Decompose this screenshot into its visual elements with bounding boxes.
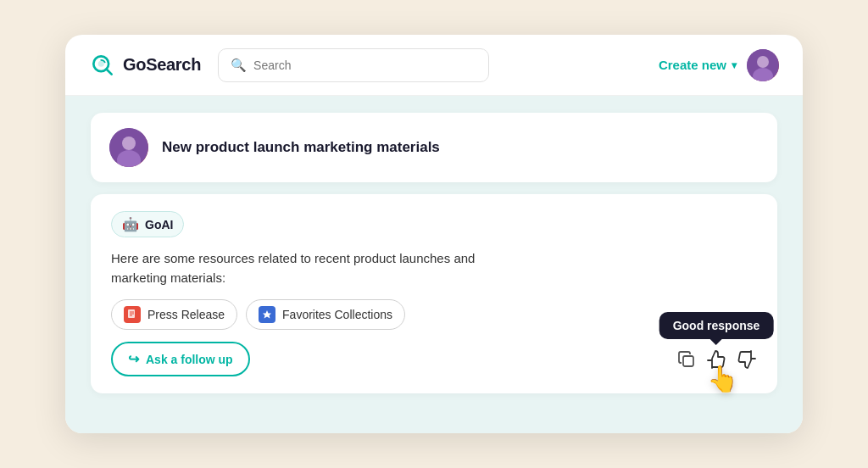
svg-rect-9 — [683, 356, 693, 366]
create-new-label: Create new — [659, 58, 726, 72]
favorites-icon — [259, 306, 275, 323]
follow-up-button[interactable]: ↪ Ask a follow up — [111, 342, 250, 376]
user-message-card: New product launch marketing materials — [91, 113, 777, 182]
thumbs-up-button[interactable] — [706, 349, 726, 370]
nav-bar: GoSearch 🔍 Create new ▾ — [65, 35, 803, 96]
main-content: New product launch marketing materials 🤖… — [65, 96, 803, 433]
search-input[interactable] — [253, 58, 476, 72]
logo-area[interactable]: GoSearch — [89, 52, 201, 79]
goai-label: GoAI — [145, 218, 173, 231]
action-row: ↪ Ask a follow up Good response — [111, 342, 757, 376]
press-release-chip[interactable]: Press Release — [111, 299, 237, 330]
create-new-button[interactable]: Create new ▾ — [659, 58, 737, 72]
search-box[interactable]: 🔍 — [218, 48, 489, 82]
ai-response-card: 🤖 GoAI Here are some resources related t… — [91, 194, 777, 393]
logo-text: GoSearch — [123, 55, 201, 75]
ai-response-text: Here are some resources related to recen… — [111, 249, 757, 287]
press-release-icon — [124, 306, 141, 323]
goai-badge: 🤖 GoAI — [111, 211, 184, 237]
svg-point-3 — [757, 56, 769, 68]
chevron-down-icon: ▾ — [732, 59, 737, 71]
user-avatar-small — [109, 128, 148, 167]
follow-up-label: Ask a follow up — [146, 353, 233, 366]
favorites-collections-chip[interactable]: Favorites Collections — [246, 299, 405, 330]
svg-point-1 — [98, 60, 104, 66]
copy-button[interactable] — [677, 350, 696, 369]
nav-right: Create new ▾ — [659, 49, 779, 81]
favorites-collections-label: Favorites Collections — [282, 308, 392, 321]
browser-window: GoSearch 🔍 Create new ▾ — [65, 35, 803, 433]
feedback-icons: Good response 👆 — [677, 349, 757, 370]
thumbs-up-wrapper: Good response 👆 — [706, 349, 726, 370]
avatar[interactable] — [747, 49, 779, 81]
follow-up-icon: ↪ — [128, 351, 139, 367]
svg-point-6 — [122, 136, 136, 150]
user-message-text: New product launch marketing materials — [162, 139, 440, 156]
gosearch-logo-icon — [89, 52, 116, 79]
resource-chips: Press Release Favorites Collections — [111, 299, 757, 330]
press-release-label: Press Release — [147, 308, 225, 321]
thumbs-down-button[interactable] — [737, 349, 757, 370]
search-icon: 🔍 — [231, 58, 247, 73]
goai-icon: 🤖 — [122, 216, 139, 232]
